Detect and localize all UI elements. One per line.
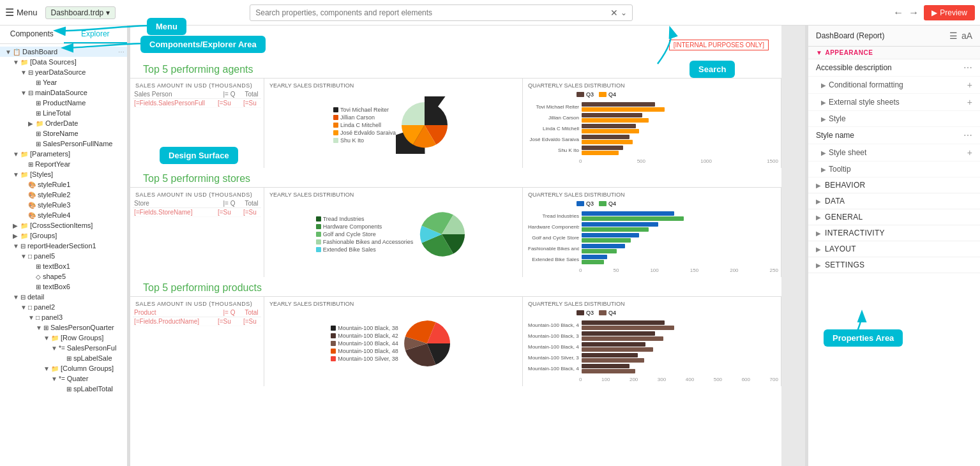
more-options-icon[interactable]: ⋯ [963, 63, 972, 73]
tree-item-year[interactable]: ⊞ Year [0, 77, 127, 87]
tree-item-splabeltotal[interactable]: ⊞ spLabelTotal [0, 384, 127, 394]
tree-item-yeardatasource[interactable]: ▼ ⊟ yearDataSource [0, 67, 127, 77]
tree-item-stylerule1[interactable]: 🎨 styleRule1 [0, 179, 127, 190]
folder-icon: 📁 [36, 120, 43, 127]
expand-icon: ▶ [816, 198, 821, 205]
tree-item-parameters[interactable]: ▼ 📁 [Parameters] [0, 149, 127, 159]
tree-item-maindatasource[interactable]: ▼ ⊟ mainDataSource [0, 87, 127, 98]
section-layout[interactable]: ▶ LAYOUT [808, 241, 980, 257]
expand-arrow-icon: ▶ [821, 149, 826, 156]
dashboard-icon: 📋 [13, 49, 20, 56]
search-input[interactable] [255, 8, 610, 17]
design-surface[interactable]: Quarterly Sales [INTERNAL PURPOSES ONLY]… [130, 26, 805, 466]
tree-item-salespersonfullname[interactable]: ⊞ SalesPersonFullName [0, 139, 127, 149]
properties-icons: ☰ aA [949, 31, 972, 41]
section-behavior[interactable]: ▶ BEHAVIOR [808, 177, 980, 193]
section-interactivity[interactable]: ▶ INTERACTIVITY [808, 225, 980, 241]
prop-tooltip[interactable]: ▶ Tooltip [808, 162, 980, 177]
prop-external-style-sheets[interactable]: ▶ External style sheets + [808, 94, 980, 111]
prop-conditional-formatting[interactable]: ▶ Conditional formatting + [808, 77, 980, 94]
tree-item-detail[interactable]: ▼ ⊟ detail [0, 292, 127, 302]
tree-item-reportyear[interactable]: ⊞ ReportYear [0, 159, 127, 169]
pie-stores: YEARLY SALES DISTRIBUTION Tread Industri… [264, 188, 523, 277]
close-icon[interactable]: ✕ [610, 8, 618, 18]
section-data[interactable]: ▶ DATA [808, 193, 980, 209]
forward-arrow-button[interactable]: → [908, 7, 919, 19]
tree-item-shape5[interactable]: ◇ shape5 [0, 271, 127, 282]
hamburger-icon: ☰ [5, 6, 14, 19]
section-general[interactable]: ▶ GENERAL [808, 209, 980, 225]
add-external-style-button[interactable]: + [967, 97, 972, 107]
tab-components[interactable]: Components [0, 26, 64, 43]
properties-area[interactable]: ▼ APPEARANCE Accessible description ⋯ ▶ … [808, 47, 980, 466]
textbox-icon: ⊞ [36, 263, 41, 270]
expand-arrow-icon: ▶ [821, 116, 826, 123]
tree-area[interactable]: ▼ 📋 DashBoard ⋯ ▼ 📁 [Data Sources] ▼ ⊟ y… [0, 44, 127, 466]
tree-item-panel2[interactable]: ▼ □ panel2 [0, 302, 127, 312]
tree-item-stylerule3[interactable]: 🎨 styleRule3 [0, 200, 127, 210]
back-arrow-button[interactable]: ← [893, 7, 903, 19]
tree-item-stylerule4[interactable]: 🎨 styleRule4 [0, 210, 127, 220]
section-settings[interactable]: ▶ SETTINGS [808, 257, 980, 273]
tree-item-storename[interactable]: ⊞ StoreName [0, 128, 127, 139]
tree-item-dashboard[interactable]: ▼ 📋 DashBoard ⋯ [0, 47, 127, 57]
prop-style-sheet[interactable]: ▶ Style sheet + [808, 144, 980, 162]
tree-item-panel5[interactable]: ▼ □ panel5 [0, 251, 127, 261]
tree-item-datasources[interactable]: ▼ 📁 [Data Sources] [0, 57, 127, 67]
tree-item-stylerule2[interactable]: 🎨 styleRule2 [0, 190, 127, 200]
properties-header: DashBoard (Report) ☰ aA [808, 26, 980, 47]
tree-item-quater[interactable]: ▼ *= Quater [0, 373, 127, 384]
filename-tab[interactable]: Dashboard.trdp ▾ [45, 6, 116, 19]
list-view-button[interactable]: ☰ [949, 31, 958, 41]
search-expand-icon[interactable]: ⌄ [621, 8, 627, 17]
tree-item-panel3[interactable]: ▼ □ panel3 [0, 312, 127, 322]
section-appearance[interactable]: ▼ APPEARANCE [808, 47, 980, 59]
tree-item-columngroups[interactable]: ▼ 📁 [Column Groups] [0, 363, 127, 373]
conditional-formatting-label: Conditional formatting [829, 80, 903, 89]
more-icon[interactable]: ⋯ [118, 49, 124, 56]
tree-item-salespersonful[interactable]: ▼ *= SalesPersonFul [0, 343, 127, 353]
left-sidebar: Components Explorer ▼ 📋 DashBoard ⋯ ▼ 📁 … [0, 26, 128, 466]
add-style-sheet-button[interactable]: + [967, 147, 972, 158]
arrow-icon: ▼ [13, 294, 20, 301]
pie-products: YEARLY SALES DISTRIBUTION Mountain-100 B… [264, 297, 523, 386]
tree-item-crosssection[interactable]: ▶ 📁 [CrossSectionItems] [0, 220, 127, 230]
tree-item-reportheader[interactable]: ▼ ⊟ reportHeaderSection1 [0, 241, 127, 251]
pie-chart-stores: Tread Industries Hardware Components Gol… [267, 199, 520, 269]
arrow-icon: ▼ [20, 304, 28, 311]
tree-item-orderdate[interactable]: ▶ 📁 OrderDate [0, 118, 127, 128]
accessible-desc-label: Accessible description [816, 63, 892, 72]
tree-item-salespersonquarter[interactable]: ▼ ⊞ SalesPersonQuarter [0, 322, 127, 333]
folder-icon: 📁 [20, 171, 28, 178]
main-layout: Components Explorer ▼ 📋 DashBoard ⋯ ▼ 📁 … [0, 26, 980, 466]
behavior-label: BEHAVIOR [825, 181, 866, 190]
pie-chart-agents: Tovi Michael Reiter Jillian Carson Linda… [267, 90, 520, 160]
panel-icon: □ [28, 253, 32, 260]
tree-item-styles[interactable]: ▼ 📁 [Styles] [0, 169, 127, 179]
prop-style[interactable]: ▶ Style [808, 111, 980, 127]
tree-item-splabelsale[interactable]: ⊞ spLabelSale [0, 353, 127, 363]
tree-item-textbox6[interactable]: ⊞ textBox6 [0, 282, 127, 292]
prop-accessible-desc: Accessible description ⋯ [808, 59, 980, 77]
tab-explorer[interactable]: Explorer [64, 26, 128, 43]
report-page: Quarterly Sales [INTERNAL PURPOSES ONLY]… [130, 26, 781, 466]
menu-button[interactable]: ☰ Menu [5, 6, 38, 19]
tree-item-textbox1[interactable]: ⊞ textBox1 [0, 261, 127, 271]
style-label: Style [829, 114, 846, 123]
arrow-icon: ▼ [28, 314, 36, 321]
add-conditional-formatting-button[interactable]: + [967, 80, 972, 90]
folder-icon: 📁 [20, 222, 28, 229]
preview-button[interactable]: ▶ Preview [924, 5, 975, 20]
tooltip-label: Tooltip [829, 165, 851, 174]
tree-item-linetotal[interactable]: ⊞ LineTotal [0, 108, 127, 118]
tree-item-groups[interactable]: ▶ 📁 [Groups] [0, 230, 127, 241]
text-size-button[interactable]: aA [961, 31, 972, 41]
table-icon: ⊞ [43, 324, 49, 331]
style-icon: 🎨 [28, 192, 36, 199]
search-bar[interactable]: ✕ ⌄ [250, 4, 633, 21]
more-options-icon[interactable]: ⋯ [963, 130, 972, 140]
tree-item-rowgroups[interactable]: ▼ 📁 [Row Groups] [0, 333, 127, 343]
arrow-icon: ▼ [20, 69, 28, 76]
interactivity-label: INTERACTIVITY [825, 229, 885, 237]
tree-item-productname[interactable]: ⊞ ProductName [0, 98, 127, 108]
